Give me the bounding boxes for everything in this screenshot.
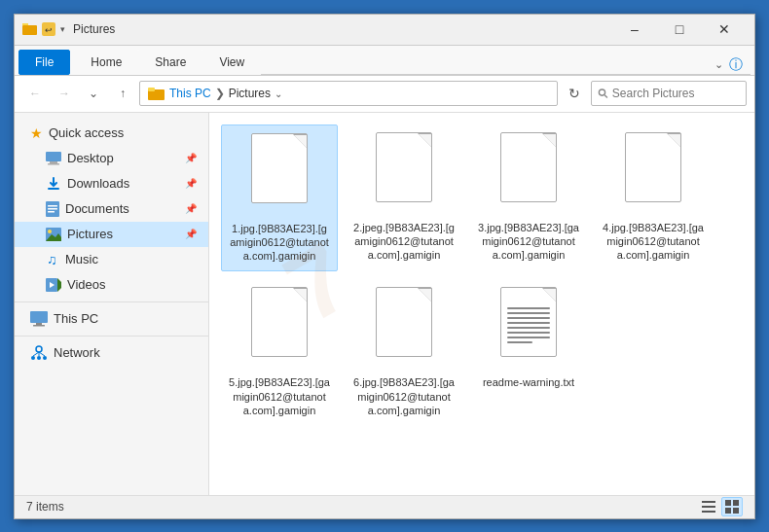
svg-rect-40 — [725, 508, 731, 514]
file-area[interactable]: 7 1.jpg.[9B83AE23].[gamigin0612@tutanota… — [209, 113, 754, 495]
svg-point-29 — [31, 356, 35, 360]
file-icon-7 — [494, 287, 563, 370]
tab-file[interactable]: File — [18, 50, 70, 75]
large-icons-view-btn[interactable] — [721, 497, 743, 516]
search-input[interactable] — [612, 87, 740, 100]
file-item-2[interactable]: 2.jpeg.[9B83AE23].[gamigin0612@tutanota.… — [346, 124, 462, 272]
svg-rect-26 — [36, 323, 42, 325]
svg-rect-35 — [702, 501, 715, 503]
svg-rect-25 — [30, 311, 48, 323]
pin-icon-downloads: 📌 — [185, 178, 197, 189]
dropdown-nav-button[interactable]: ⌄ — [81, 81, 106, 106]
titlebar-dropdown-icon[interactable]: ▾ — [59, 22, 65, 36]
svg-point-30 — [37, 356, 41, 360]
svg-rect-37 — [702, 511, 715, 513]
svg-text:▾: ▾ — [60, 24, 65, 34]
svg-rect-10 — [46, 152, 61, 161]
documents-icon — [46, 201, 59, 217]
path-this-pc[interactable]: This PC — [169, 87, 211, 100]
sidebar-item-pictures[interactable]: Pictures 📌 — [15, 222, 208, 247]
sidebar-item-network[interactable]: Network — [15, 340, 208, 366]
minimize-button[interactable]: – — [612, 14, 657, 45]
svg-rect-15 — [48, 205, 57, 207]
file-name-2: 2.jpeg.[9B83AE23].[gamigin0612@tutanota.… — [353, 221, 455, 263]
svg-rect-17 — [48, 211, 55, 213]
ribbon: File Home Share View ⌄ ⓘ — [15, 46, 754, 76]
svg-point-8 — [599, 89, 604, 95]
svg-rect-13 — [48, 188, 59, 190]
list-view-btn[interactable] — [698, 497, 719, 516]
videos-icon — [46, 278, 61, 292]
file-name-7: readme-warning.txt — [483, 375, 574, 389]
main-content: ★ Quick access Desktop 📌 Downloads 📌 — [15, 113, 754, 495]
tab-view[interactable]: View — [202, 50, 261, 75]
sidebar-item-documents[interactable]: Documents 📌 — [15, 196, 208, 222]
svg-rect-11 — [50, 161, 57, 163]
path-dropdown[interactable]: ⌄ — [275, 89, 282, 99]
svg-rect-39 — [733, 500, 739, 506]
file-item-7[interactable]: readme-warning.txt — [470, 279, 587, 425]
title-bar: ↩ ▾ Pictures – □ ✕ — [15, 15, 754, 46]
close-button[interactable]: ✕ — [702, 14, 747, 45]
address-path[interactable]: This PC ❯ Pictures ⌄ — [139, 81, 558, 106]
back-button[interactable]: ← — [22, 81, 48, 106]
file-item-6[interactable]: 6.jpg.[9B83AE23].[gamigin0612@tutanota.c… — [346, 279, 462, 425]
file-item-3[interactable]: 3.jpg.[9B83AE23].[gamigin0612@tutanota.c… — [470, 124, 587, 272]
pin-icon-desktop: 📌 — [185, 153, 197, 163]
window-controls: – □ ✕ — [612, 14, 747, 45]
titlebar-undo-icon[interactable]: ↩ — [42, 22, 55, 36]
forward-button[interactable]: → — [52, 81, 77, 106]
status-bar: 7 items — [15, 495, 754, 518]
svg-line-9 — [604, 95, 607, 98]
file-name-3: 3.jpg.[9B83AE23].[gamigin0612@tutanota.c… — [478, 221, 579, 263]
sidebar-label-videos: Videos — [67, 277, 106, 292]
path-pictures[interactable]: Pictures — [229, 87, 271, 100]
pin-icon-pictures: 📌 — [185, 229, 197, 239]
file-icon-1 — [245, 133, 313, 216]
pin-icon-documents: 📌 — [185, 203, 197, 214]
help-btn[interactable]: ⓘ — [729, 56, 743, 74]
titlebar-folder-icon — [22, 21, 38, 37]
tab-share[interactable]: Share — [138, 50, 202, 75]
explorer-window: ↩ ▾ Pictures – □ ✕ File Home Share View … — [14, 14, 755, 519]
sidebar-item-desktop[interactable]: Desktop 📌 — [15, 146, 208, 171]
maximize-button[interactable]: □ — [657, 14, 702, 45]
svg-point-31 — [43, 356, 47, 360]
svg-point-28 — [36, 346, 42, 352]
ribbon-minimize-btn[interactable]: ⌄ — [714, 58, 723, 71]
svg-rect-12 — [48, 163, 59, 165]
tab-home[interactable]: Home — [74, 50, 138, 75]
svg-rect-38 — [725, 500, 731, 506]
file-item-1[interactable]: 1.jpg.[9B83AE23].[gamigin0612@tutanota.c… — [221, 124, 338, 272]
sidebar-item-downloads[interactable]: Downloads 📌 — [15, 171, 208, 196]
refresh-button[interactable]: ↻ — [562, 81, 587, 106]
thispc-icon — [30, 311, 48, 327]
up-button[interactable]: ↑ — [110, 81, 135, 106]
file-name-6: 6.jpg.[9B83AE23].[gamigin0612@tutanota.c… — [353, 375, 455, 417]
address-bar: ← → ⌄ ↑ This PC ❯ Pictures ⌄ ↻ — [15, 76, 754, 113]
file-icon-2 — [370, 132, 438, 215]
sidebar-divider-1 — [15, 301, 208, 302]
file-item-4[interactable]: 4.jpg.[9B83AE23].[gamigin0612@tutanota.c… — [595, 124, 712, 272]
sidebar-item-quick-access[interactable]: ★ Quick access — [15, 121, 208, 146]
svg-rect-27 — [33, 325, 45, 327]
window-title: Pictures — [73, 22, 612, 36]
title-bar-icons: ↩ ▾ — [22, 21, 65, 37]
desktop-icon — [46, 152, 61, 165]
svg-point-19 — [48, 230, 52, 233]
sidebar-item-videos[interactable]: Videos — [15, 272, 208, 298]
sidebar-label-pictures: Pictures — [67, 227, 113, 241]
search-box[interactable] — [591, 81, 747, 106]
sidebar-item-music[interactable]: ♫ Music — [15, 247, 208, 272]
sidebar-item-this-pc[interactable]: This PC — [15, 306, 208, 332]
search-icon — [598, 88, 608, 99]
sidebar-label-desktop: Desktop — [67, 151, 114, 165]
file-item-5[interactable]: 5.jpg.[9B83AE23].[gamigin0612@tutanota.c… — [221, 279, 338, 425]
sidebar-label-this-pc: This PC — [54, 311, 98, 326]
svg-text:♫: ♫ — [47, 252, 57, 267]
file-name-5: 5.jpg.[9B83AE23].[gamigin0612@tutanota.c… — [229, 375, 330, 417]
network-icon — [30, 345, 48, 361]
svg-rect-7 — [148, 88, 155, 91]
star-icon: ★ — [30, 125, 43, 141]
sidebar-label-quick-access: Quick access — [49, 125, 124, 140]
